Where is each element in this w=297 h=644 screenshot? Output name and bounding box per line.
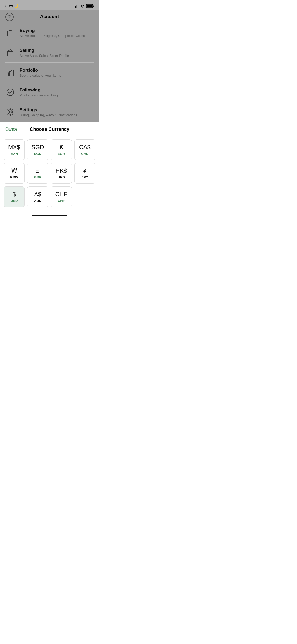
- check-circle-icon: [5, 87, 15, 97]
- settings-subtitle: Billing, Shipping, Payout, Notifications: [20, 113, 77, 117]
- currency-cell-CHF[interactable]: CHFCHF: [51, 186, 72, 207]
- svg-rect-11: [7, 73, 9, 76]
- currency-symbol: CHF: [55, 191, 67, 198]
- following-subtitle: Products you're watching: [20, 93, 58, 97]
- menu-item-selling[interactable]: Selling Active Asks, Sales, Seller Profi…: [5, 43, 94, 62]
- currency-grid: MX$MXNSGDSGD€EURCA$CAD₩KRW£GBPHK$HKD¥JPY…: [0, 139, 99, 211]
- svg-rect-3: [78, 4, 78, 8]
- chart-icon: [5, 67, 15, 77]
- following-title: Following: [20, 88, 58, 93]
- signal-icon: [74, 4, 78, 8]
- svg-rect-7: [7, 31, 13, 36]
- currency-code: AUD: [34, 199, 41, 203]
- buying-text: Buying Active Bids, In-Progress, Complet…: [20, 28, 86, 38]
- portfolio-subtitle: See the value of your items: [20, 73, 61, 77]
- currency-cell-AUD[interactable]: A$AUD: [27, 186, 48, 207]
- currency-code: EUR: [58, 152, 65, 156]
- help-button[interactable]: ?: [5, 13, 14, 21]
- bag-icon: [5, 28, 15, 38]
- currency-code: HKD: [58, 175, 65, 179]
- currency-cell-GBP[interactable]: £GBP: [27, 163, 48, 184]
- settings-title: Settings: [20, 107, 77, 113]
- status-time: 6:29 🌙: [5, 4, 18, 8]
- svg-point-16: [8, 110, 13, 114]
- buying-subtitle: Active Bids, In-Progress, Completed Orde…: [20, 34, 86, 38]
- currency-cell-SGD[interactable]: SGDSGD: [27, 139, 48, 160]
- svg-rect-0: [74, 7, 74, 8]
- svg-rect-8: [7, 52, 13, 56]
- currency-cell-JPY[interactable]: ¥JPY: [74, 163, 95, 184]
- svg-point-15: [9, 111, 11, 113]
- svg-rect-1: [75, 6, 76, 8]
- settings-text: Settings Billing, Shipping, Payout, Noti…: [20, 107, 77, 117]
- moon-icon: 🌙: [14, 4, 18, 8]
- battery-icon: [86, 4, 94, 8]
- currency-symbol: SGD: [31, 144, 44, 151]
- currency-cell-HKD[interactable]: HK$HKD: [51, 163, 72, 184]
- svg-rect-2: [76, 5, 77, 8]
- time-display: 6:29: [5, 4, 13, 8]
- currency-cell-CAD[interactable]: CA$CAD: [74, 139, 95, 160]
- menu-item-portfolio[interactable]: Portfolio See the value of your items: [5, 62, 94, 82]
- currency-modal: Cancel Choose Currency MX$MXNSGDSGD€EURC…: [0, 122, 99, 211]
- currency-symbol: CA$: [79, 144, 91, 151]
- currency-symbol: €: [60, 144, 63, 151]
- account-background: ? Account Buying Active Bids, In-Progres…: [0, 10, 99, 122]
- svg-rect-6: [93, 5, 94, 7]
- portfolio-title: Portfolio: [20, 68, 61, 73]
- menu-item-settings[interactable]: Settings Billing, Shipping, Payout, Noti…: [5, 102, 94, 122]
- currency-code: GBP: [34, 175, 41, 179]
- currency-symbol: £: [36, 167, 39, 174]
- currency-code: USD: [11, 199, 18, 203]
- currency-cell-MXN[interactable]: MX$MXN: [4, 139, 25, 160]
- svg-point-14: [7, 89, 14, 96]
- modal-title: Choose Currency: [30, 127, 69, 132]
- svg-rect-5: [87, 5, 92, 7]
- currency-code: CHF: [58, 199, 65, 203]
- currency-symbol: ¥: [83, 167, 86, 174]
- currency-code: CAD: [81, 152, 88, 156]
- page-title: Account: [40, 14, 59, 20]
- modal-divider: [0, 135, 99, 135]
- currency-cell-EUR[interactable]: €EUR: [51, 139, 72, 160]
- currency-symbol: HK$: [56, 167, 67, 174]
- currency-cell-KRW[interactable]: ₩KRW: [4, 163, 25, 184]
- currency-symbol: MX$: [8, 144, 20, 151]
- selling-subtitle: Active Asks, Sales, Seller Profile: [20, 54, 69, 58]
- currency-symbol: A$: [34, 191, 41, 198]
- menu-item-following[interactable]: Following Products you're watching: [5, 82, 94, 102]
- currency-symbol: ₩: [11, 167, 17, 174]
- box-icon: [5, 48, 15, 58]
- currency-code: JPY: [82, 175, 88, 179]
- currency-code: MXN: [10, 152, 18, 156]
- selling-title: Selling: [20, 48, 69, 53]
- gear-icon: [5, 107, 15, 117]
- currency-symbol: $: [13, 191, 16, 198]
- currency-code: SGD: [34, 152, 41, 156]
- svg-rect-12: [10, 72, 11, 76]
- selling-text: Selling Active Asks, Sales, Seller Profi…: [20, 48, 69, 58]
- buying-title: Buying: [20, 28, 86, 33]
- currency-code: KRW: [10, 175, 18, 179]
- status-icons: [74, 4, 94, 8]
- wifi-icon: [80, 4, 85, 8]
- modal-header: Cancel Choose Currency: [0, 122, 99, 135]
- menu-item-buying[interactable]: Buying Active Bids, In-Progress, Complet…: [5, 23, 94, 43]
- account-header: ? Account: [5, 10, 94, 23]
- following-text: Following Products you're watching: [20, 88, 58, 97]
- cancel-button[interactable]: Cancel: [5, 127, 18, 132]
- home-indicator-area: [0, 211, 99, 218]
- status-bar: 6:29 🌙: [0, 0, 99, 10]
- portfolio-text: Portfolio See the value of your items: [20, 68, 61, 77]
- home-bar: [32, 215, 67, 216]
- currency-cell-USD[interactable]: $USD: [4, 186, 25, 207]
